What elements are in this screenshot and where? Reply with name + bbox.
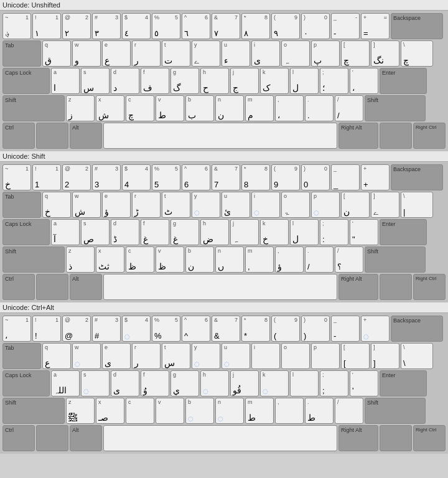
key-z-ctrlalt[interactable]: z ﷺ	[66, 398, 95, 424]
key-space[interactable]	[103, 123, 337, 149]
key-l-shift[interactable]: l ل	[290, 219, 319, 245]
key-c-ctrlalt[interactable]: c	[126, 398, 154, 424]
key-backspace-ctrlalt[interactable]: Backspace	[391, 316, 443, 342]
key-shift-right-shift[interactable]: Shift	[365, 246, 426, 273]
key-equal-ctrlalt[interactable]: + ◌	[361, 316, 390, 342]
key-win-left-ctrlalt[interactable]	[36, 425, 68, 451]
key-shift-left-ctrlalt[interactable]: Shift	[2, 398, 65, 424]
key-semicolon-shift[interactable]: ; :	[320, 219, 348, 245]
key-n-ctrlalt[interactable]: n ◌	[215, 398, 244, 424]
key-bracket-l-shift[interactable]: [ ن	[341, 192, 370, 218]
key-l[interactable]: l ل	[290, 68, 319, 94]
key-i-shift[interactable]: i ◌	[251, 192, 280, 218]
key-3-shift[interactable]: #3 3	[92, 164, 121, 190]
key-g[interactable]: g گ	[170, 68, 199, 94]
key-j[interactable]: j ج	[230, 68, 259, 94]
key-capslock[interactable]: Caps Lock	[2, 68, 50, 94]
key-t[interactable]: t ت	[162, 40, 190, 67]
key-enter-ctrlalt[interactable]: Enter	[380, 370, 427, 396]
key-3[interactable]: #3 ٣	[92, 13, 121, 39]
key-tab-shift[interactable]: Tab	[2, 192, 41, 218]
key-alt-left[interactable]: Alt	[70, 123, 102, 149]
key-e[interactable]: e ع	[102, 40, 131, 67]
key-m-shift[interactable]: m ,	[245, 246, 274, 273]
key-g-shift[interactable]: g غ	[170, 219, 199, 245]
key-i-ctrlalt[interactable]: i	[251, 343, 280, 369]
key-r[interactable]: r ر	[132, 40, 161, 67]
key-o[interactable]: o ہ	[281, 40, 310, 67]
key-v[interactable]: v ط	[156, 95, 184, 121]
key-win-right-shift[interactable]	[380, 274, 412, 300]
key-backspace[interactable]: Backspace	[391, 13, 443, 39]
key-7-shift[interactable]: &7 7	[212, 164, 240, 190]
key-h-ctrlalt[interactable]: h ◌	[200, 370, 229, 396]
key-l-ctrlalt[interactable]: l	[290, 370, 319, 396]
key-b[interactable]: b ب	[185, 95, 214, 121]
key-6[interactable]: ^6 ٦	[182, 13, 210, 39]
key-slash-shift[interactable]: / ؟	[335, 246, 363, 273]
key-backtick[interactable]: ~1 ؋	[2, 13, 31, 39]
key-semicolon-ctrlalt[interactable]: ; ;	[320, 370, 348, 396]
key-h-shift[interactable]: h ض	[200, 219, 229, 245]
key-shift-left[interactable]: Shift	[2, 95, 65, 121]
key-f-shift[interactable]: f غ	[141, 219, 169, 245]
key-equal[interactable]: += =	[361, 13, 390, 39]
key-8[interactable]: *8 ٨	[241, 13, 270, 39]
key-e-ctrlalt[interactable]: e ی	[102, 343, 131, 369]
key-x[interactable]: x ش	[96, 95, 124, 121]
key-q-ctrlalt[interactable]: q ع	[42, 343, 71, 369]
key-i[interactable]: i ی	[251, 40, 280, 67]
key-m[interactable]: m م	[245, 95, 274, 121]
key-n-shift[interactable]: n ں	[215, 246, 244, 273]
key-q[interactable]: q ق	[42, 40, 71, 67]
key-f[interactable]: f ف	[141, 68, 169, 94]
key-minus-ctrlalt[interactable]: _ -	[331, 316, 360, 342]
key-backtick-shift[interactable]: ~1 خ	[2, 164, 31, 190]
key-ctrl-left-shift[interactable]: Ctrl	[2, 274, 35, 300]
key-o-shift[interactable]: o ۃ	[281, 192, 310, 218]
key-backslash[interactable]: \ چ	[401, 40, 433, 67]
key-semicolon[interactable]: ; ؛	[320, 68, 348, 94]
key-9-shift[interactable]: (9 9	[271, 164, 300, 190]
key-d[interactable]: d د	[111, 68, 139, 94]
key-5-ctrlalt[interactable]: %5 %	[152, 316, 180, 342]
key-t-shift[interactable]: t ٹ	[162, 192, 190, 218]
key-n[interactable]: n ن	[215, 95, 244, 121]
key-alt-left-ctrlalt[interactable]: Alt	[70, 425, 102, 451]
key-2[interactable]: @2 ٢	[62, 13, 91, 39]
key-7[interactable]: &7 ٧	[212, 13, 240, 39]
key-comma[interactable]: , ،	[275, 95, 304, 121]
key-ctrl-left[interactable]: Ctrl	[2, 123, 35, 149]
key-right-alt-shift[interactable]: Right Alt	[338, 274, 378, 300]
key-ctrl-right-ctrlalt[interactable]: Right Ctrl	[413, 425, 446, 451]
key-backspace-shift[interactable]: Backspace	[391, 164, 443, 190]
key-p-ctrlalt[interactable]: p	[311, 343, 340, 369]
key-win-right[interactable]	[380, 123, 412, 149]
key-quote[interactable]: ' ،	[350, 68, 378, 94]
key-comma-ctrlalt[interactable]: ,	[275, 398, 304, 424]
key-r-shift[interactable]: r ڑ	[132, 192, 161, 218]
key-enter[interactable]: Enter	[380, 68, 427, 94]
key-minus-shift[interactable]: _ _	[331, 164, 360, 190]
key-period-ctrlalt[interactable]: . ط	[305, 398, 334, 424]
key-2-ctrlalt[interactable]: @2 @	[62, 316, 91, 342]
key-z[interactable]: z ز	[66, 95, 95, 121]
key-k[interactable]: k ک	[260, 68, 289, 94]
key-a-shift[interactable]: a آ	[51, 219, 80, 245]
key-right-alt-ctrlalt[interactable]: Right Alt	[338, 425, 378, 451]
key-tab-ctrlalt[interactable]: Tab	[2, 343, 41, 369]
key-6-shift[interactable]: ^6 6	[182, 164, 210, 190]
key-backslash-ctrlalt[interactable]: \ \	[401, 343, 433, 369]
key-quote-shift[interactable]: ' "	[350, 219, 378, 245]
key-3-ctrlalt[interactable]: #3 #	[92, 316, 121, 342]
key-right-alt[interactable]: Right Alt	[338, 123, 378, 149]
key-6-ctrlalt[interactable]: ^6 ^	[182, 316, 210, 342]
key-7-ctrlalt[interactable]: &7 &	[212, 316, 240, 342]
key-9[interactable]: (9 ٩	[271, 13, 300, 39]
key-enter-shift[interactable]: Enter	[380, 219, 427, 245]
key-ctrl-right-shift[interactable]: Right Ctrl	[413, 274, 446, 300]
key-capslock-ctrlalt[interactable]: Caps Lock	[2, 370, 50, 396]
key-win-left[interactable]	[36, 123, 68, 149]
key-q-shift[interactable]: q خ	[42, 192, 71, 218]
key-backtick-ctrlalt[interactable]: ~1 ،	[2, 316, 31, 342]
